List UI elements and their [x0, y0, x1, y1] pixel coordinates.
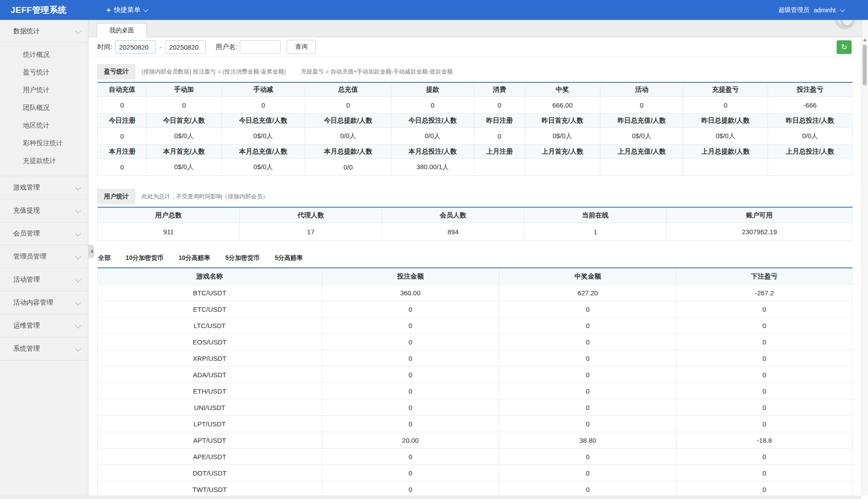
sidebar-group[interactable]: 系统管理: [0, 337, 88, 360]
profit-value-cell: 0$/0人: [222, 159, 305, 176]
sidebar-subitem[interactable]: 充提款统计: [0, 152, 88, 170]
win-amount-cell: 0: [499, 350, 677, 367]
game-filter-tab[interactable]: 5分高赔率: [274, 252, 304, 264]
sidebar-group[interactable]: 游戏管理: [0, 176, 88, 199]
bet-profit-cell: 0: [676, 465, 852, 481]
game-table-row[interactable]: ETH/USDT 0 0 0: [98, 383, 853, 399]
vertical-scrollbar-thumb[interactable]: [863, 45, 867, 85]
profit-value-cell: 0: [222, 97, 305, 114]
bet-amount-cell: 0: [322, 317, 499, 334]
sidebar-group[interactable]: 充值提现: [0, 199, 88, 222]
game-table: 游戏名称投注金额中奖金额下注盈亏 BTC/USDT 360.00 627.20 …: [97, 267, 853, 495]
bet-profit-cell: 0: [676, 383, 852, 399]
game-filter-tab[interactable]: 全部: [97, 252, 111, 264]
bet-amount-cell: 20.00: [322, 432, 499, 449]
date-to-input[interactable]: [165, 40, 206, 54]
horizontal-scrollbar[interactable]: [0, 495, 861, 499]
profit-header-cell: 本月注册: [98, 145, 147, 159]
game-name-cell: APE/USDT: [98, 449, 322, 465]
profit-header-cell: 今日首充/人数: [147, 114, 222, 128]
profit-value-cell: 666.00: [525, 97, 601, 114]
sidebar-collapse-handle[interactable]: [88, 245, 94, 258]
game-filter-tab[interactable]: 10分高赔率: [178, 252, 211, 264]
sidebar-subitem[interactable]: 地区统计: [0, 116, 88, 134]
bet-profit-cell: 0: [676, 334, 852, 350]
filter-bar: 时间: - 用户名: 查询 ↻: [88, 37, 861, 57]
game-table-row[interactable]: APE/USDT 0 0 0: [98, 449, 853, 465]
profit-value-cell: [525, 159, 601, 176]
game-filter-tab[interactable]: 5分加密货币: [224, 252, 261, 264]
profit-header-cell: 上月注册: [474, 145, 525, 159]
profit-value-cell: [684, 159, 768, 176]
game-name-cell: XRP/USDT: [98, 350, 322, 367]
profit-value-cell: [600, 159, 684, 176]
sidebar-groups: 游戏管理 充值提现 会员管理 管理员管理 活动管理: [0, 176, 88, 360]
main-panel: 我的桌面 时间: - 用户名: 查询 ↻ 盈亏统计 (排除内部会员数据) 投注盈…: [88, 20, 861, 495]
vertical-scrollbar[interactable]: [861, 20, 868, 495]
bet-profit-cell: 0: [676, 399, 852, 416]
sidebar-subitem[interactable]: 盈亏统计: [0, 63, 88, 81]
user-menu[interactable]: 超级管理员 adminht: [778, 6, 844, 14]
game-header-cell: 游戏名称: [98, 268, 322, 285]
win-amount-cell: 0: [499, 317, 677, 334]
profit-value-cell: 0: [474, 128, 525, 145]
game-table-row[interactable]: ETC/USDT 0 0 0: [98, 301, 853, 317]
game-table-row[interactable]: APT/USDT 20.00 38.80 -18.8: [98, 432, 853, 449]
game-table-row[interactable]: LTC/USDT 0 0 0: [98, 317, 853, 334]
game-table-row[interactable]: UNI/USDT 0 0 0: [98, 399, 853, 416]
game-table-row[interactable]: TWT/USDT 0 0 0: [98, 481, 853, 495]
game-table-row[interactable]: BTC/USDT 360.00 627.20 -267.2: [98, 285, 853, 301]
sidebar-group[interactable]: 管理员管理: [0, 245, 88, 268]
quick-menu-button[interactable]: + 快捷菜单: [106, 6, 147, 15]
game-table-row[interactable]: XRP/USDT 0 0 0: [98, 350, 853, 367]
profit-header-cell: 昨日总投注/人数: [768, 114, 853, 128]
sidebar-group-label: 游戏管理: [13, 183, 76, 192]
profit-header-cell: 今日总充值/人数: [222, 114, 305, 128]
sidebar-group-label: 充值提现: [13, 206, 76, 215]
sidebar-group-data-stats[interactable]: 数据统计: [0, 20, 88, 43]
sidebar-subitem[interactable]: 团队概况: [0, 99, 88, 116]
refresh-button[interactable]: ↻: [837, 40, 852, 54]
sidebar-subitem[interactable]: 彩种投注统计: [0, 134, 88, 152]
profit-header-row: 今日注册今日首充/人数今日总充值/人数今日总提款/人数今日总投注/人数昨日注册昨…: [98, 114, 853, 128]
query-button[interactable]: 查询: [287, 40, 316, 54]
sidebar-submenu: 统计概况 盈亏统计 用户统计 团队概况 地区统计 彩种投注统计 充提款统计: [0, 43, 88, 176]
game-section: 全部10分加密货币10分高赔率5分加密货币5分高赔率 游戏名称投注金额中奖金额下…: [97, 252, 853, 495]
win-amount-cell: 0: [499, 383, 677, 399]
chevron-down-icon: [75, 277, 81, 282]
user-role: 超级管理员: [778, 6, 809, 14]
scroll-up-icon[interactable]: [863, 39, 867, 41]
game-name-cell: BTC/USDT: [98, 285, 322, 301]
game-table-row[interactable]: ADA/USDT 0 0 0: [98, 367, 853, 383]
chevron-down-icon: [75, 185, 81, 190]
user-header-cell: 账户可用: [667, 208, 853, 223]
game-table-row[interactable]: EOS/USDT 0 0 0: [98, 334, 853, 350]
profit-value-cell: 0/0人: [768, 128, 853, 145]
sidebar-group-label: 活动管理: [13, 275, 76, 284]
user-header-cell: 会员人数: [382, 208, 524, 223]
profit-header-cell: 昨日总充值/人数: [600, 114, 684, 128]
tab-my-desktop[interactable]: 我的桌面: [96, 23, 147, 37]
bet-profit-cell: 0: [676, 301, 852, 317]
profit-value-cell: 0: [147, 97, 222, 114]
username-input[interactable]: [240, 40, 280, 54]
bet-amount-cell: 0: [322, 449, 499, 465]
game-table-row[interactable]: DOT/USDT 0 0 0: [98, 465, 853, 481]
sidebar-group[interactable]: 活动管理: [0, 268, 88, 291]
sidebar-group[interactable]: 运维管理: [0, 314, 88, 337]
game-table-row[interactable]: LPT/USDT 0 0 0: [98, 416, 853, 432]
user-table: 用户总数代理人数会员人数当前在线账户可用 9111789412307962.19: [97, 207, 853, 241]
sidebar-subitem[interactable]: 统计概况: [0, 46, 88, 63]
sidebar-group-label: 运维管理: [13, 321, 76, 330]
profit-header-cell: 投注盈亏: [768, 83, 853, 97]
profit-header-cell: 自动充值: [98, 83, 147, 97]
game-name-cell: LPT/USDT: [98, 416, 322, 432]
chevron-down-icon: [840, 7, 845, 12]
bet-profit-cell: 0: [676, 350, 852, 367]
sidebar-subitem[interactable]: 用户统计: [0, 81, 88, 99]
sidebar-group[interactable]: 活动内容管理: [0, 291, 88, 314]
profit-header-cell: 昨日注册: [474, 114, 525, 128]
game-filter-tab[interactable]: 10分加密货币: [125, 252, 165, 264]
date-from-input[interactable]: [115, 40, 156, 54]
sidebar-group[interactable]: 会员管理: [0, 222, 88, 245]
